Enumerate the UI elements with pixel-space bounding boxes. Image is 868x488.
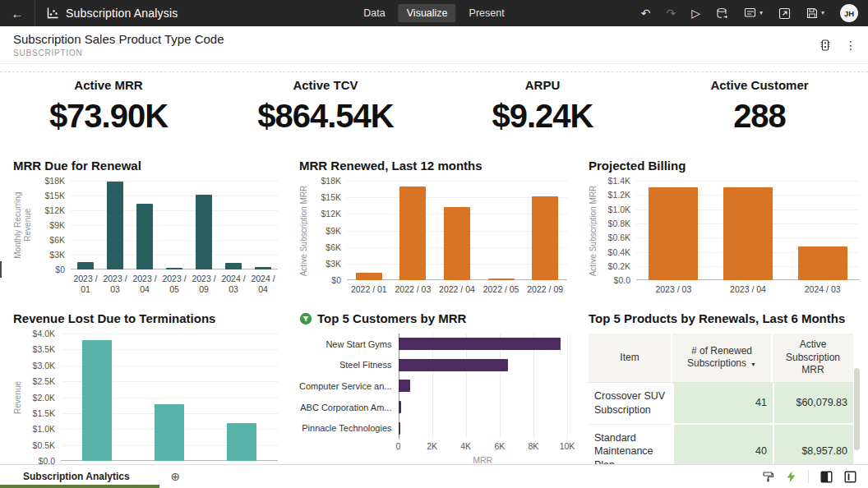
y-tick-label: $0.8K — [608, 219, 630, 228]
data-refresh-icon[interactable] — [716, 7, 728, 20]
bar-slot — [205, 334, 278, 461]
category-label: Pinnacle Technologies — [299, 417, 392, 439]
bar[interactable] — [399, 401, 401, 413]
bar-slot — [391, 181, 436, 280]
menu-data[interactable]: Data — [355, 4, 393, 22]
x-tick-label: 2022 / 09 — [523, 284, 567, 296]
plot-area — [347, 181, 567, 280]
comment-button[interactable]: ▾ — [744, 7, 763, 19]
bar[interactable] — [488, 279, 515, 280]
undo-icon[interactable]: ↶ — [641, 7, 651, 19]
panel-split-toggle-icon[interactable] — [844, 471, 856, 483]
x-tick-label: 2023 / 04 — [711, 284, 786, 296]
report-header-text: Subscription Sales Product Type Code SUB… — [13, 32, 224, 58]
tab-subscription-analytics[interactable]: Subscription Analytics — [0, 465, 159, 488]
col-active-subscription-mrr[interactable]: Active Subscription MRR — [773, 334, 853, 383]
paint-format-icon[interactable] — [762, 471, 774, 483]
chart-revenue-lost[interactable]: Revenue Lost Due to Terminations Revenue… — [0, 305, 286, 488]
col-item[interactable]: Item — [589, 334, 672, 383]
sort-desc-icon[interactable]: ▼ — [750, 361, 756, 367]
table-scrollbar[interactable] — [854, 368, 860, 450]
bar[interactable] — [399, 380, 410, 392]
table-header-row: Item # of Renewed Subscriptions▼ Active … — [589, 334, 853, 383]
bars — [347, 181, 567, 280]
bar[interactable] — [166, 268, 183, 269]
bar[interactable] — [444, 207, 470, 280]
x-tick-label: 2022 / 03 — [391, 284, 436, 296]
bar[interactable] — [196, 195, 213, 269]
bar[interactable] — [723, 187, 773, 281]
bar-slot — [785, 181, 860, 280]
x-tick-label: 4K — [460, 441, 471, 451]
quick-insights-icon[interactable] — [786, 471, 796, 483]
y-tick-label: $0 — [331, 275, 341, 285]
menu-visualize[interactable]: Visualize — [399, 4, 456, 22]
x-tick-label: 2022 / 04 — [435, 284, 479, 296]
bar[interactable] — [136, 204, 154, 269]
caret-down-icon: ▾ — [821, 10, 824, 16]
y-tick-label: $2.0K — [33, 393, 55, 403]
bar[interactable] — [399, 338, 561, 350]
avatar[interactable]: JH — [840, 4, 858, 22]
bar[interactable] — [255, 267, 272, 269]
kpi-active-tcv[interactable]: Active TCV $864.54K — [217, 78, 434, 152]
bottom-tab-bar: Subscription Analytics ⊕ — [0, 464, 868, 488]
workbook-title: Subscription Analysis — [66, 7, 178, 20]
bar[interactable] — [399, 186, 426, 281]
bar[interactable] — [532, 196, 558, 280]
top5-customers-chart: New Start GymsSteel FitnessComputer Serv… — [299, 334, 567, 465]
bar[interactable] — [356, 273, 382, 280]
filter-funnel-icon[interactable] — [299, 312, 312, 325]
plot-area — [399, 334, 568, 439]
bar[interactable] — [107, 182, 124, 269]
y-axis: $4.0K$3.5K$3.0K$2.5K$2.0K$1.5K$1.0K$0.5K… — [26, 334, 58, 461]
chart-projected-billing[interactable]: Projected Billing Active Subscription MR… — [575, 152, 868, 305]
active-subscription-mrr-cell: $60,079.83 — [773, 383, 853, 425]
mrr-due-renewal-chart: Monthly Recurring Revenue$18K$15K$12K$9K… — [13, 181, 278, 296]
bar[interactable] — [227, 423, 257, 461]
bar[interactable] — [82, 340, 113, 461]
back-button[interactable]: ← — [0, 0, 35, 26]
chart-mrr-due-renewal[interactable]: MRR Due for Renewal Monthly Recurring Re… — [0, 152, 286, 305]
x-tick-label: 2023 / 03 — [100, 274, 130, 296]
bar[interactable] — [225, 263, 242, 269]
save-button[interactable]: ▾ — [806, 7, 824, 19]
x-tick-label: 0 — [396, 441, 401, 451]
open-in-new-icon[interactable] — [778, 7, 791, 20]
bar[interactable] — [399, 422, 400, 435]
y-axis: $1.4K$1.2K$1.0K$0.8K$0.6K$0.4K$0.2K$0.0 — [602, 181, 633, 280]
y-tick-label: $3K — [49, 250, 65, 260]
y-axis: $18K$15K$12K$9K$6K$3K$0 — [36, 181, 67, 269]
table-row[interactable]: Crossover SUV Subscription41$60,079.83 — [589, 383, 853, 425]
run-icon[interactable]: ▷ — [691, 7, 700, 19]
bar-row — [399, 375, 568, 397]
top-bar: ← Subscription Analysis Data Visualize P… — [0, 0, 868, 26]
kpi-active-mrr[interactable]: Active MRR $73.90K — [0, 78, 217, 152]
redo-icon[interactable]: ↷ — [666, 7, 676, 19]
y-tick-label: $3.0K — [33, 361, 55, 371]
add-tab-icon[interactable]: ⊕ — [171, 471, 181, 482]
kpi-arpu[interactable]: ARPU $9.24K — [434, 78, 651, 152]
col-renewed-subscriptions[interactable]: # of Renewed Subscriptions▼ — [672, 334, 773, 383]
footer-icons — [762, 470, 868, 483]
chart-mrr-renewed[interactable]: MRR Renewed, Last 12 months Active Subsc… — [286, 152, 575, 305]
bar[interactable] — [399, 359, 509, 371]
panel-left-toggle-icon[interactable] — [820, 471, 833, 483]
col-label: # of Renewed Subscriptions — [687, 345, 752, 370]
bar[interactable] — [155, 404, 185, 461]
bar[interactable] — [798, 246, 847, 281]
chart-top5-customers[interactable]: Top 5 Customers by MRR New Start GymsSte… — [286, 305, 575, 488]
chart-title: MRR Renewed, Last 12 months — [299, 159, 567, 173]
more-options-icon[interactable]: ⋮ — [845, 39, 856, 51]
bar[interactable] — [77, 262, 95, 269]
kpi-active-customer[interactable]: Active Customer 288 — [651, 78, 868, 152]
bar-slot — [636, 181, 711, 280]
bar[interactable] — [649, 187, 698, 281]
table-top5-products[interactable]: Top 5 Products by Renewals, Last 6 Month… — [575, 305, 868, 488]
menu-present[interactable]: Present — [461, 4, 513, 22]
y-tick-label: $1.0K — [608, 205, 630, 214]
filter-settings-icon[interactable] — [819, 39, 832, 52]
kpi-value: $9.24K — [434, 98, 651, 135]
caret-down-icon: ▾ — [760, 10, 763, 16]
y-tick-label: $0.5K — [33, 440, 55, 450]
